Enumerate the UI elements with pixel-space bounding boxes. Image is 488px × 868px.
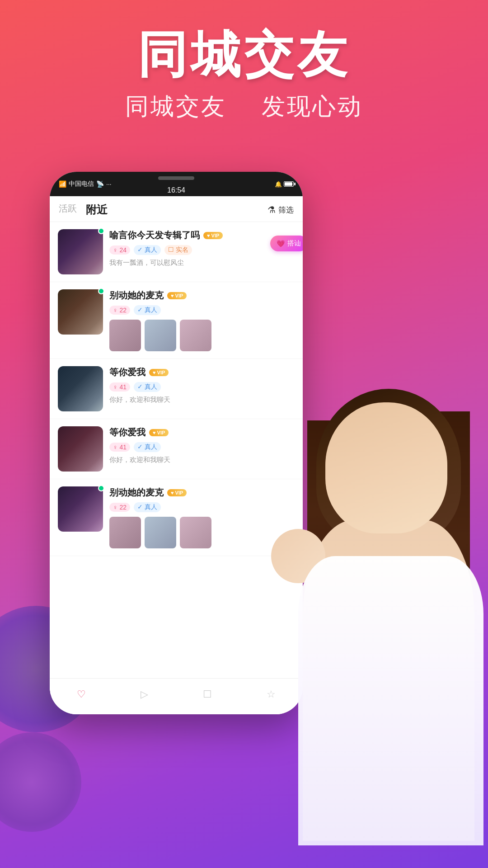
avatar-wrap-5 (58, 486, 103, 532)
filter-label: 筛选 (278, 205, 294, 215)
tag-age-3: ♀ 41 (109, 382, 130, 392)
bottom-nav-home[interactable]: ♡ (77, 689, 86, 700)
nav-filter[interactable]: ⚗ 筛选 (267, 204, 294, 215)
girl-head (325, 402, 447, 533)
bottom-nav-video[interactable]: ▷ (141, 689, 148, 700)
avatar-wrap-1 (58, 229, 103, 274)
vip-badge-4: ♥ VIP (149, 429, 169, 436)
main-title: 同城交友 (0, 27, 488, 82)
photo-thumb-2-3 (180, 320, 211, 351)
status-bar: 📶 中国电信 📡 ··· 16:54 🔔 (50, 172, 303, 196)
tag-real-4: ✓ 真人 (134, 442, 161, 452)
notification-icon: 🔔 (275, 181, 282, 188)
user-avatar-1 (58, 229, 103, 274)
dots: ··· (106, 180, 112, 188)
tag-real-2: ✓ 真人 (134, 305, 161, 315)
bottom-nav-message[interactable]: ☐ (203, 689, 212, 700)
name-row-1: 喻言你今天发专辑了吗 ♥ VIP (109, 229, 295, 241)
user-name-5: 别动她的麦克 (109, 486, 164, 499)
user-item-1[interactable]: 喻言你今天发专辑了吗 ♥ VIP ♀ 24 ✓ 真人 ☐ 实名 我有一瓢酒，可以… (50, 222, 303, 282)
signal-icon: 📶 (59, 180, 66, 188)
vip-badge-3: ♥ VIP (149, 369, 169, 376)
girl-figure-container (235, 321, 488, 841)
phone-notch (158, 176, 194, 180)
user-name-1: 喻言你今天发专辑了吗 (109, 229, 200, 241)
user-info-1: 喻言你今天发专辑了吗 ♥ VIP ♀ 24 ✓ 真人 ☐ 实名 我有一瓢酒，可以… (109, 229, 295, 267)
heart-icon: 💗 (277, 240, 285, 248)
avatar-wrap-4 (58, 426, 103, 472)
user-name-2: 别动她的麦克 (109, 289, 164, 302)
tag-age-5: ♀ 22 (109, 503, 130, 512)
online-dot-1 (98, 228, 104, 234)
girl-figure (262, 366, 488, 841)
sub-title-2: 发现心动 (262, 93, 363, 119)
battery-icon (284, 181, 294, 187)
status-left: 📶 中国电信 📡 ··· (59, 180, 112, 188)
tag-real-5: ✓ 真人 (134, 502, 161, 512)
user-avatar-3 (58, 366, 103, 411)
name-row-2: 别动她的麦克 ♥ VIP (109, 289, 295, 302)
photo-thumb-2-2 (145, 320, 176, 351)
filter-icon: ⚗ (267, 204, 276, 215)
tag-age-1: ♀ 24 (109, 245, 130, 255)
user-avatar-2 (58, 289, 103, 335)
tab-active[interactable]: 活跃 (59, 203, 77, 217)
tag-real-3: ✓ 真人 (134, 382, 161, 392)
user-name-4: 等你爱我 (109, 426, 145, 439)
app-nav: 活跃 附近 ⚗ 筛选 (50, 196, 303, 222)
status-right: 🔔 (275, 181, 294, 188)
girl-dress (298, 556, 483, 845)
tab-nearby[interactable]: 附近 (86, 203, 108, 217)
tag-name-1: ☐ 实名 (164, 245, 192, 255)
nav-tabs: 活跃 附近 (59, 203, 108, 217)
match-button-1[interactable]: 💗 搭讪 (270, 236, 303, 251)
vip-badge-5: ♥ VIP (167, 489, 187, 496)
tag-age-4: ♀ 41 (109, 443, 130, 452)
photo-thumb-5-3 (180, 517, 211, 548)
carrier: 中国电信 (69, 180, 94, 188)
wifi-icon: 📡 (96, 180, 104, 188)
sub-title-1: 同城交友 (125, 93, 226, 119)
photo-thumb-2-1 (109, 320, 141, 351)
user-avatar-4 (58, 426, 103, 472)
online-dot-2 (98, 288, 104, 294)
message-icon: ☐ (203, 689, 212, 700)
match-label: 搭讪 (287, 239, 301, 248)
user-tags-2: ♀ 22 ✓ 真人 (109, 305, 295, 315)
avatar-wrap-3 (58, 366, 103, 411)
user-avatar-5 (58, 486, 103, 532)
online-dot-5 (98, 485, 104, 491)
tag-real-1: ✓ 真人 (134, 245, 161, 255)
user-bio-1: 我有一瓢酒，可以慰风尘 (109, 259, 295, 267)
bg-blob-bottom-left (0, 732, 81, 832)
photo-thumb-5-2 (145, 517, 176, 548)
header-section: 同城交友 同城交友 发现心动 (0, 27, 488, 123)
video-icon: ▷ (141, 689, 148, 700)
home-icon: ♡ (77, 689, 86, 700)
battery-fill (285, 182, 292, 186)
photo-thumb-5-1 (109, 517, 141, 548)
vip-badge-2: ♥ VIP (167, 292, 187, 299)
tag-age-2: ♀ 22 (109, 306, 130, 315)
avatar-wrap-2 (58, 289, 103, 335)
sub-title: 同城交友 发现心动 (0, 91, 488, 123)
user-tags-1: ♀ 24 ✓ 真人 ☐ 实名 (109, 245, 295, 255)
user-name-3: 等你爱我 (109, 366, 145, 378)
vip-badge-1: ♥ VIP (203, 232, 223, 239)
status-time: 16:54 (167, 186, 185, 194)
